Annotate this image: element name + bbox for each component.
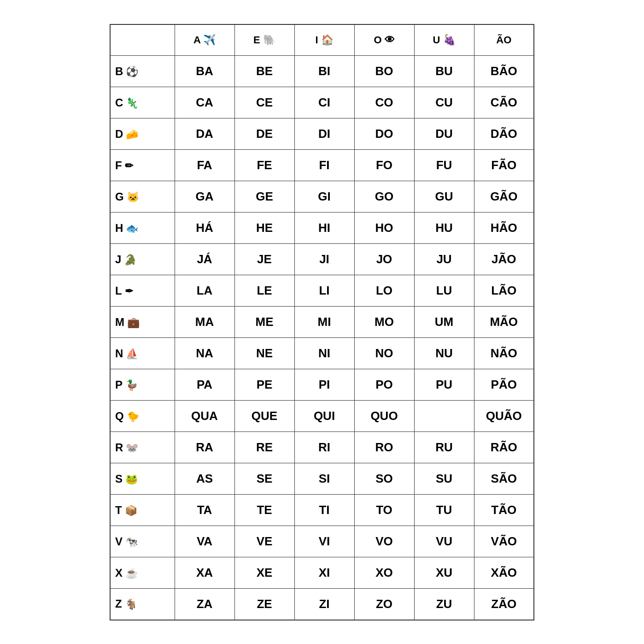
row-letter-h: H 🐟 — [110, 213, 175, 244]
syllable-text: VI — [319, 534, 330, 548]
syllable-text: LO — [376, 284, 392, 297]
table-row: S 🐸ASSESISOSUSÃO — [110, 463, 534, 495]
row-letter-l: L ✒ — [110, 275, 175, 307]
syllable-text: BA — [196, 64, 213, 78]
cell-s-col3: SO — [354, 463, 414, 495]
cell-m-col5: MÃO — [474, 307, 534, 338]
syllable-text: HU — [435, 221, 453, 235]
cell-s-col1: SE — [234, 463, 294, 495]
cell-s-col0: AS — [175, 463, 234, 495]
header-e: E 🐘 — [234, 24, 294, 56]
cell-j-col0: JÁ — [175, 244, 234, 275]
syllable-text: JE — [257, 252, 272, 266]
table-row: Z 🐐ZAZEZIZOZUZÃO — [110, 589, 534, 620]
cell-r-col1: RE — [234, 432, 294, 463]
letter-icon: ⚽ — [126, 66, 138, 77]
cell-d-col0: DA — [175, 118, 234, 150]
cell-j-col5: JÃO — [474, 244, 534, 275]
cell-h-col0: HÁ — [175, 213, 234, 244]
syllable-text: RU — [435, 440, 453, 454]
cell-t-col0: TA — [175, 495, 234, 526]
header-e-icon: 🐘 — [263, 34, 275, 46]
cell-j-col4: JU — [414, 244, 474, 275]
cell-d-col2: DI — [294, 118, 354, 150]
letter-label: H — [115, 222, 123, 234]
syllable-text: RI — [318, 440, 330, 454]
syllable-text: ZA — [197, 597, 213, 611]
syllable-text: CÃO — [491, 95, 517, 109]
syllable-text: LI — [319, 284, 329, 297]
row-letter-m: M 💼 — [110, 307, 175, 338]
letter-icon: 🐭 — [126, 442, 138, 454]
syllable-text: JÁ — [197, 252, 212, 266]
row-letter-z: Z 🐐 — [110, 589, 175, 620]
cell-l-col5: LÃO — [474, 275, 534, 307]
row-letter-f: F ✏ — [110, 150, 175, 181]
syllable-text: SÃO — [491, 472, 517, 485]
cell-b-col2: BI — [294, 56, 354, 87]
syllable-text: NE — [256, 346, 273, 360]
letter-icon: 🦎 — [126, 97, 138, 109]
row-letter-c: C 🦎 — [110, 87, 175, 118]
syllable-text: FI — [319, 158, 329, 172]
cell-l-col1: LE — [234, 275, 294, 307]
cell-z-col1: ZE — [234, 589, 294, 620]
cell-q-col4 — [414, 401, 474, 432]
syllable-text: NI — [318, 346, 330, 360]
cell-r-col0: RA — [175, 432, 234, 463]
letter-label: R — [115, 441, 123, 454]
row-letter-x: X ☕ — [110, 557, 175, 589]
letter-icon: 🧀 — [126, 129, 138, 140]
cell-f-col2: FI — [294, 150, 354, 181]
header-o: O 👁 — [354, 24, 414, 56]
cell-c-col4: CU — [414, 87, 474, 118]
header-ao: ÃO — [474, 24, 534, 56]
letter-label: Z — [115, 597, 122, 610]
cell-n-col4: NU — [414, 338, 474, 369]
syllable-text: QUI — [314, 409, 335, 423]
syllable-text: DI — [318, 127, 330, 141]
letter-icon: 🐟 — [126, 223, 138, 234]
cell-f-col1: FE — [234, 150, 294, 181]
syllable-text: VA — [197, 534, 212, 548]
table-row: C 🦎CACECICOCUCÃO — [110, 87, 534, 118]
header-u-text: U — [433, 34, 443, 46]
syllable-text: BO — [375, 64, 393, 78]
header-a: A ✈️ — [175, 24, 234, 56]
cell-r-col3: RO — [354, 432, 414, 463]
syllable-text: CE — [256, 95, 273, 109]
letter-label: T — [115, 504, 122, 516]
cell-q-col5: QUÃO — [474, 401, 534, 432]
cell-r-col5: RÃO — [474, 432, 534, 463]
syllable-text: TO — [376, 503, 392, 517]
cell-c-col1: CE — [234, 87, 294, 118]
table-row: G 🐱GAGEGIGOGUGÃO — [110, 181, 534, 213]
syllable-text: BE — [256, 64, 273, 78]
row-letter-j: J 🐊 — [110, 244, 175, 275]
cell-t-col3: TO — [354, 495, 414, 526]
syllable-text: VU — [436, 534, 452, 548]
syllable-text: HÁ — [196, 221, 213, 235]
cell-h-col4: HU — [414, 213, 474, 244]
cell-m-col1: ME — [234, 307, 294, 338]
syllable-text: XU — [436, 566, 452, 579]
syllable-text: HE — [256, 221, 273, 235]
cell-m-col4: UM — [414, 307, 474, 338]
syllable-text: PA — [197, 378, 212, 391]
syllable-text: NO — [375, 346, 393, 360]
syllable-text: DU — [435, 127, 453, 141]
syllable-text: LA — [197, 284, 213, 297]
cell-x-col0: XA — [175, 557, 234, 589]
cell-p-col2: PI — [294, 369, 354, 401]
syllable-text: NA — [196, 346, 213, 360]
cell-b-col0: BA — [175, 56, 234, 87]
cell-z-col2: ZI — [294, 589, 354, 620]
cell-n-col0: NA — [175, 338, 234, 369]
table-body: B ⚽BABEBIBOBUBÃOC 🦎CACECICOCUCÃOD 🧀DADED… — [110, 56, 534, 620]
header-i-icon: 🏠 — [321, 34, 334, 46]
header-empty — [110, 24, 175, 56]
header-u: U 🍇 — [414, 24, 474, 56]
letter-icon: 💼 — [127, 317, 140, 328]
cell-q-col3: QUO — [354, 401, 414, 432]
table-row: F ✏FAFEFIFOFUFÃO — [110, 150, 534, 181]
